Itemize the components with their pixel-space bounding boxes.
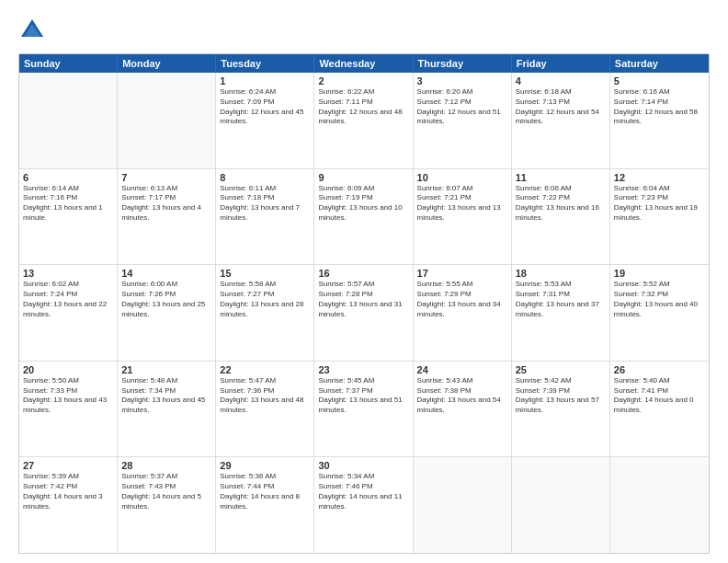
day-number: 17 bbox=[417, 268, 507, 279]
cal-cell: 5Sunrise: 6:16 AMSunset: 7:14 PMDaylight… bbox=[610, 73, 709, 168]
cal-cell: 14Sunrise: 6:00 AMSunset: 7:26 PMDayligh… bbox=[118, 265, 216, 361]
cell-info: Sunrise: 5:52 AMSunset: 7:32 PMDaylight:… bbox=[614, 280, 705, 319]
cal-cell: 27Sunrise: 5:39 AMSunset: 7:42 PMDayligh… bbox=[19, 457, 118, 553]
cal-cell: 2Sunrise: 6:22 AMSunset: 7:11 PMDaylight… bbox=[314, 73, 413, 168]
day-number: 18 bbox=[516, 268, 606, 279]
day-number: 28 bbox=[121, 460, 211, 471]
day-number: 6 bbox=[23, 172, 113, 183]
cal-cell: 10Sunrise: 6:07 AMSunset: 7:21 PMDayligh… bbox=[414, 169, 512, 265]
cal-cell: 26Sunrise: 5:40 AMSunset: 7:41 PMDayligh… bbox=[610, 362, 709, 457]
cal-cell: 19Sunrise: 5:52 AMSunset: 7:32 PMDayligh… bbox=[610, 265, 709, 361]
cell-info: Sunrise: 5:40 AMSunset: 7:41 PMDaylight:… bbox=[614, 376, 705, 416]
cell-info: Sunrise: 5:45 AMSunset: 7:37 PMDaylight:… bbox=[318, 376, 408, 416]
calendar-header: SundayMondayTuesdayWednesdayThursdayFrid… bbox=[19, 54, 709, 73]
day-number: 15 bbox=[220, 268, 310, 279]
day-number: 10 bbox=[417, 172, 507, 183]
cal-cell: 4Sunrise: 6:18 AMSunset: 7:13 PMDaylight… bbox=[512, 73, 610, 168]
cell-info: Sunrise: 5:53 AMSunset: 7:31 PMDaylight:… bbox=[516, 280, 606, 319]
cell-info: Sunrise: 6:20 AMSunset: 7:12 PMDaylight:… bbox=[417, 87, 507, 127]
cal-cell: 6Sunrise: 6:14 AMSunset: 7:16 PMDaylight… bbox=[19, 169, 118, 265]
day-header-wednesday: Wednesday bbox=[314, 54, 413, 73]
cell-info: Sunrise: 6:22 AMSunset: 7:11 PMDaylight:… bbox=[318, 87, 408, 127]
cell-info: Sunrise: 6:02 AMSunset: 7:24 PMDaylight:… bbox=[23, 280, 113, 319]
cell-info: Sunrise: 6:04 AMSunset: 7:23 PMDaylight:… bbox=[614, 184, 705, 224]
cal-cell: 30Sunrise: 5:34 AMSunset: 7:46 PMDayligh… bbox=[314, 457, 413, 553]
cell-info: Sunrise: 5:39 AMSunset: 7:42 PMDaylight:… bbox=[23, 472, 113, 511]
cell-info: Sunrise: 5:48 AMSunset: 7:34 PMDaylight:… bbox=[121, 376, 211, 416]
cal-cell bbox=[414, 457, 512, 553]
day-header-saturday: Saturday bbox=[610, 54, 709, 73]
cell-info: Sunrise: 5:55 AMSunset: 7:29 PMDaylight:… bbox=[417, 280, 507, 319]
cell-info: Sunrise: 6:11 AMSunset: 7:18 PMDaylight:… bbox=[220, 184, 310, 224]
cal-cell: 11Sunrise: 6:06 AMSunset: 7:22 PMDayligh… bbox=[512, 169, 610, 265]
cal-cell: 18Sunrise: 5:53 AMSunset: 7:31 PMDayligh… bbox=[512, 265, 610, 361]
cell-info: Sunrise: 6:06 AMSunset: 7:22 PMDaylight:… bbox=[516, 184, 606, 224]
cal-cell bbox=[512, 457, 610, 553]
cal-cell: 23Sunrise: 5:45 AMSunset: 7:37 PMDayligh… bbox=[314, 362, 413, 457]
cell-info: Sunrise: 6:09 AMSunset: 7:19 PMDaylight:… bbox=[318, 184, 408, 224]
cal-cell: 29Sunrise: 5:36 AMSunset: 7:44 PMDayligh… bbox=[216, 457, 314, 553]
cal-cell: 12Sunrise: 6:04 AMSunset: 7:23 PMDayligh… bbox=[610, 169, 709, 265]
day-number: 1 bbox=[220, 75, 310, 86]
day-header-tuesday: Tuesday bbox=[216, 54, 314, 73]
cal-cell bbox=[118, 73, 216, 168]
day-number: 11 bbox=[516, 172, 606, 183]
cell-info: Sunrise: 6:18 AMSunset: 7:13 PMDaylight:… bbox=[516, 87, 606, 127]
day-number: 7 bbox=[121, 172, 211, 183]
logo-icon bbox=[18, 17, 46, 44]
cell-info: Sunrise: 5:47 AMSunset: 7:36 PMDaylight:… bbox=[220, 376, 310, 416]
cell-info: Sunrise: 5:57 AMSunset: 7:28 PMDaylight:… bbox=[318, 280, 408, 319]
cell-info: Sunrise: 5:36 AMSunset: 7:44 PMDaylight:… bbox=[220, 472, 310, 511]
day-number: 2 bbox=[318, 75, 408, 86]
cell-info: Sunrise: 6:24 AMSunset: 7:09 PMDaylight:… bbox=[220, 87, 310, 127]
day-header-sunday: Sunday bbox=[19, 54, 118, 73]
cal-cell: 17Sunrise: 5:55 AMSunset: 7:29 PMDayligh… bbox=[414, 265, 512, 361]
day-number: 29 bbox=[220, 460, 310, 471]
day-number: 25 bbox=[516, 364, 606, 375]
week-row-0: 1Sunrise: 6:24 AMSunset: 7:09 PMDaylight… bbox=[19, 73, 709, 169]
week-row-1: 6Sunrise: 6:14 AMSunset: 7:16 PMDaylight… bbox=[19, 169, 709, 266]
day-number: 4 bbox=[516, 75, 606, 86]
day-number: 19 bbox=[614, 268, 705, 279]
cell-info: Sunrise: 6:16 AMSunset: 7:14 PMDaylight:… bbox=[614, 87, 705, 127]
day-header-friday: Friday bbox=[512, 54, 610, 73]
cal-cell bbox=[19, 73, 118, 168]
logo bbox=[18, 17, 50, 44]
week-row-4: 27Sunrise: 5:39 AMSunset: 7:42 PMDayligh… bbox=[19, 457, 709, 553]
cal-cell: 13Sunrise: 6:02 AMSunset: 7:24 PMDayligh… bbox=[19, 265, 118, 361]
calendar: SundayMondayTuesdayWednesdayThursdayFrid… bbox=[18, 53, 710, 554]
page: SundayMondayTuesdayWednesdayThursdayFrid… bbox=[0, 0, 728, 563]
day-number: 3 bbox=[417, 75, 507, 86]
cal-cell: 28Sunrise: 5:37 AMSunset: 7:43 PMDayligh… bbox=[118, 457, 216, 553]
day-number: 27 bbox=[23, 460, 113, 471]
day-header-thursday: Thursday bbox=[414, 54, 512, 73]
cell-info: Sunrise: 5:58 AMSunset: 7:27 PMDaylight:… bbox=[220, 280, 310, 319]
calendar-body: 1Sunrise: 6:24 AMSunset: 7:09 PMDaylight… bbox=[19, 73, 709, 553]
cal-cell: 8Sunrise: 6:11 AMSunset: 7:18 PMDaylight… bbox=[216, 169, 314, 265]
cal-cell: 3Sunrise: 6:20 AMSunset: 7:12 PMDaylight… bbox=[414, 73, 512, 168]
cal-cell bbox=[610, 457, 709, 553]
cal-cell: 16Sunrise: 5:57 AMSunset: 7:28 PMDayligh… bbox=[314, 265, 413, 361]
cell-info: Sunrise: 5:50 AMSunset: 7:33 PMDaylight:… bbox=[23, 376, 113, 416]
cell-info: Sunrise: 6:00 AMSunset: 7:26 PMDaylight:… bbox=[121, 280, 211, 319]
cal-cell: 20Sunrise: 5:50 AMSunset: 7:33 PMDayligh… bbox=[19, 362, 118, 457]
cal-cell: 21Sunrise: 5:48 AMSunset: 7:34 PMDayligh… bbox=[118, 362, 216, 457]
day-number: 5 bbox=[614, 75, 705, 86]
cell-info: Sunrise: 5:34 AMSunset: 7:46 PMDaylight:… bbox=[318, 472, 408, 511]
cal-cell: 7Sunrise: 6:13 AMSunset: 7:17 PMDaylight… bbox=[118, 169, 216, 265]
header bbox=[18, 17, 710, 44]
cell-info: Sunrise: 5:37 AMSunset: 7:43 PMDaylight:… bbox=[121, 472, 211, 511]
cal-cell: 9Sunrise: 6:09 AMSunset: 7:19 PMDaylight… bbox=[314, 169, 413, 265]
day-number: 26 bbox=[614, 364, 705, 375]
cell-info: Sunrise: 5:43 AMSunset: 7:38 PMDaylight:… bbox=[417, 376, 507, 416]
day-number: 22 bbox=[220, 364, 310, 375]
week-row-2: 13Sunrise: 6:02 AMSunset: 7:24 PMDayligh… bbox=[19, 265, 709, 362]
cell-info: Sunrise: 6:07 AMSunset: 7:21 PMDaylight:… bbox=[417, 184, 507, 224]
day-header-monday: Monday bbox=[118, 54, 216, 73]
cal-cell: 22Sunrise: 5:47 AMSunset: 7:36 PMDayligh… bbox=[216, 362, 314, 457]
cal-cell: 24Sunrise: 5:43 AMSunset: 7:38 PMDayligh… bbox=[414, 362, 512, 457]
cell-info: Sunrise: 6:14 AMSunset: 7:16 PMDaylight:… bbox=[23, 184, 113, 224]
day-number: 24 bbox=[417, 364, 507, 375]
cell-info: Sunrise: 5:42 AMSunset: 7:39 PMDaylight:… bbox=[516, 376, 606, 416]
day-number: 8 bbox=[220, 172, 310, 183]
